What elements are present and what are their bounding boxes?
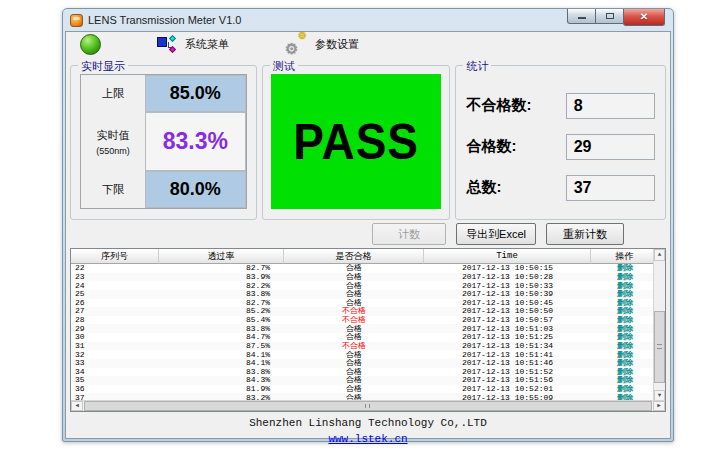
cell-serial: 30 bbox=[71, 333, 159, 341]
cell-status: 合格 bbox=[284, 333, 424, 341]
total-count-value: 37 bbox=[566, 175, 655, 201]
cell-serial: 29 bbox=[71, 325, 159, 333]
cell-status: 合格 bbox=[284, 359, 424, 367]
app-window: LENS Transmission Meter V1.0 ✕ 系统菜单 ⚙ bbox=[62, 8, 674, 442]
delete-link[interactable]: 删除 bbox=[591, 282, 659, 290]
delete-link[interactable]: 删除 bbox=[591, 325, 659, 333]
maximize-button[interactable] bbox=[596, 9, 623, 24]
realtime-values-box: 上限 85.0% 实时值 (550nm) 83.3% 下限 80.0% bbox=[80, 74, 247, 209]
cell-time: 2017-12-13 10:51:41 bbox=[424, 351, 591, 359]
realtime-panel-title: 实时显示 bbox=[78, 59, 128, 74]
scroll-right-arrow-icon[interactable]: ▶ bbox=[653, 401, 665, 411]
test-panel: 测试 PASS bbox=[262, 65, 451, 220]
cell-status: 合格 bbox=[284, 368, 424, 376]
delete-link[interactable]: 删除 bbox=[591, 376, 659, 384]
cell-rate: 83.8% bbox=[159, 290, 284, 298]
delete-link[interactable]: 删除 bbox=[591, 333, 659, 341]
vertical-scrollbar[interactable]: ▲ ▼ bbox=[653, 249, 665, 402]
minimize-icon bbox=[578, 17, 586, 19]
cell-serial: 32 bbox=[71, 351, 159, 359]
stat-row-total: 总数: 37 bbox=[466, 174, 655, 201]
title-bar[interactable]: LENS Transmission Meter V1.0 ✕ bbox=[63, 9, 673, 31]
close-icon: ✕ bbox=[640, 12, 648, 22]
table-row: 2682.7%合格2017-12-13 10:50:45删除 bbox=[71, 299, 659, 308]
cell-rate: 84.7% bbox=[159, 333, 284, 341]
recount-button[interactable]: 重新计数 bbox=[546, 223, 624, 245]
delete-link[interactable]: 删除 bbox=[591, 299, 659, 307]
lower-limit-label: 下限 bbox=[81, 171, 145, 208]
table-row: 3384.1%合格2017-12-13 10:51:46删除 bbox=[71, 359, 659, 368]
table-row: 3187.5%不合格2017-12-13 10:51:34删除 bbox=[71, 342, 659, 351]
cell-status: 不合格 bbox=[284, 307, 424, 315]
cell-time: 2017-12-13 10:50:45 bbox=[424, 299, 591, 307]
scroll-left-arrow-icon[interactable]: ◀ bbox=[71, 401, 83, 411]
delete-link[interactable]: 删除 bbox=[591, 359, 659, 367]
cell-time: 2017-12-13 10:50:28 bbox=[424, 273, 591, 281]
total-count-label: 总数: bbox=[466, 178, 565, 197]
header-serial[interactable]: 序列号 bbox=[71, 249, 159, 264]
cell-rate: 84.3% bbox=[159, 376, 284, 384]
fail-count-label: 不合格数: bbox=[466, 96, 565, 115]
pass-count-value: 29 bbox=[566, 134, 655, 160]
cell-rate: 83.9% bbox=[159, 273, 284, 281]
cell-time: 2017-12-13 10:51:52 bbox=[424, 368, 591, 376]
header-status[interactable]: 是否合格 bbox=[284, 249, 424, 264]
delete-link[interactable]: 删除 bbox=[591, 307, 659, 315]
table-header: 序列号 透过率 是否合格 Time 操作 bbox=[71, 249, 659, 264]
minimize-button[interactable] bbox=[567, 9, 596, 24]
table-row: 2583.8%合格2017-12-13 10:50:39删除 bbox=[71, 290, 659, 299]
cell-status: 合格 bbox=[284, 325, 424, 333]
cell-status: 不合格 bbox=[284, 342, 424, 350]
cell-status: 合格 bbox=[284, 282, 424, 290]
cell-rate: 82.2% bbox=[159, 282, 284, 290]
delete-link[interactable]: 删除 bbox=[591, 351, 659, 359]
cell-status: 合格 bbox=[284, 290, 424, 298]
system-menu-button[interactable]: 系统菜单 bbox=[157, 36, 229, 52]
header-rate[interactable]: 透过率 bbox=[159, 249, 284, 264]
cell-rate: 83.8% bbox=[159, 368, 284, 376]
test-panel-title: 测试 bbox=[270, 59, 298, 74]
current-value-label: 实时值 (550nm) bbox=[81, 112, 145, 171]
cell-serial: 33 bbox=[71, 359, 159, 367]
delete-link[interactable]: 删除 bbox=[591, 342, 659, 350]
count-button[interactable]: 计数 bbox=[372, 223, 446, 245]
header-action[interactable]: 操作 bbox=[591, 249, 659, 264]
stats-list: 不合格数: 8 合格数: 29 总数: 37 bbox=[456, 66, 665, 219]
delete-link[interactable]: 删除 bbox=[591, 385, 659, 393]
delete-link[interactable]: 删除 bbox=[591, 316, 659, 324]
website-link[interactable]: www.lstek.cn bbox=[328, 433, 407, 445]
cell-rate: 87.5% bbox=[159, 342, 284, 350]
export-excel-button[interactable]: 导出到Excel bbox=[456, 223, 536, 245]
vertical-scroll-thumb[interactable] bbox=[654, 311, 665, 383]
cell-status: 合格 bbox=[284, 351, 424, 359]
delete-link[interactable]: 删除 bbox=[591, 273, 659, 281]
cell-rate: 84.1% bbox=[159, 351, 284, 359]
cell-serial: 31 bbox=[71, 342, 159, 350]
header-time[interactable]: Time bbox=[424, 249, 591, 264]
delete-link[interactable]: 删除 bbox=[591, 368, 659, 376]
table-body: 2282.7%合格2017-12-13 10:50:15删除2383.9%合格2… bbox=[71, 264, 659, 402]
cell-status: 不合格 bbox=[284, 316, 424, 324]
param-settings-button[interactable]: ⚙⚙ 参数设置 bbox=[285, 35, 359, 53]
table-row: 2885.4%不合格2017-12-13 10:50:57删除 bbox=[71, 316, 659, 325]
cell-time: 2017-12-13 10:50:33 bbox=[424, 282, 591, 290]
table-row: 3584.3%合格2017-12-13 10:51:56删除 bbox=[71, 376, 659, 385]
system-menu-label: 系统菜单 bbox=[185, 37, 229, 52]
cell-serial: 23 bbox=[71, 273, 159, 281]
delete-link[interactable]: 删除 bbox=[591, 290, 659, 298]
close-button[interactable]: ✕ bbox=[623, 9, 665, 26]
delete-link[interactable]: 删除 bbox=[591, 264, 659, 272]
cell-time: 2017-12-13 10:51:56 bbox=[424, 376, 591, 384]
horizontal-scroll-thumb[interactable] bbox=[84, 401, 652, 411]
scroll-up-arrow-icon[interactable]: ▲ bbox=[654, 249, 665, 261]
table-row: 3483.8%合格2017-12-13 10:51:52删除 bbox=[71, 368, 659, 377]
horizontal-scrollbar[interactable]: ◀ ▶ bbox=[71, 400, 665, 411]
footer: Shenzhen Linshang Technology Co,.LTD www… bbox=[66, 412, 670, 447]
cell-status: 合格 bbox=[284, 264, 424, 272]
screen: LENS Transmission Meter V1.0 ✕ 系统菜单 ⚙ bbox=[0, 0, 726, 450]
lower-limit-value: 80.0% bbox=[145, 171, 246, 208]
table-row: 2785.2%不合格2017-12-13 10:50:50删除 bbox=[71, 307, 659, 316]
cell-time: 2017-12-13 10:50:57 bbox=[424, 316, 591, 324]
cell-status: 合格 bbox=[284, 376, 424, 384]
stat-row-pass: 合格数: 29 bbox=[466, 133, 655, 160]
